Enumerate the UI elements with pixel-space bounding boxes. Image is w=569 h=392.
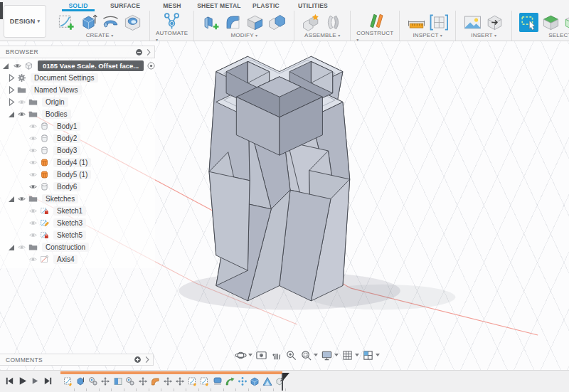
browser-item-body2[interactable]: Body2 — [0, 132, 155, 144]
create-sketch-icon[interactable] — [56, 12, 77, 33]
visibility-off-icon[interactable] — [27, 206, 38, 216]
browser-item-label[interactable]: Sketch1 — [53, 206, 86, 216]
collapse-icon[interactable] — [7, 111, 16, 118]
collapse-panel-icon[interactable] — [135, 48, 143, 56]
skip-start-button[interactable] — [4, 376, 17, 389]
step-forward-button[interactable] — [30, 376, 43, 389]
chevron-right-icon[interactable] — [146, 48, 151, 56]
grid-layout-icon[interactable] — [341, 349, 359, 361]
select-face-icon[interactable] — [563, 12, 569, 33]
group-label[interactable]: ASSEMBLE ▾ — [304, 32, 340, 38]
timeline-feature-pattern-5[interactable] — [124, 376, 137, 387]
collapse-icon[interactable] — [7, 244, 16, 251]
insert-mesh-icon[interactable] — [484, 12, 505, 33]
browser-item-sketch5[interactable]: Sketch5 — [0, 229, 155, 241]
browser-item-body6[interactable]: Body6 — [0, 181, 155, 193]
shell-icon[interactable] — [245, 12, 265, 33]
browser-item-body1[interactable]: Body1 — [0, 120, 155, 132]
viewports-icon[interactable] — [362, 349, 380, 361]
tab-sheet-metal[interactable]: SHEET METAL — [196, 0, 243, 11]
browser-item-label[interactable]: 0185 Vase Scale. Offset face... — [38, 60, 144, 71]
browser-item-axis4[interactable]: Axis4 — [0, 253, 155, 265]
browser-item-sketch3[interactable]: Sketch3 — [0, 217, 155, 229]
expand-icon[interactable] — [7, 74, 16, 82]
browser-item-label[interactable]: Bodies — [42, 110, 71, 119]
browser-header[interactable]: BROWSER — [0, 46, 155, 58]
timeline-feature-extrude-1[interactable] — [75, 376, 87, 387]
timeline-feature-form-12[interactable] — [211, 376, 224, 387]
timeline-feature-move-8[interactable] — [161, 376, 174, 387]
visibility-off-icon[interactable] — [16, 97, 27, 107]
timeline-feature-move-3[interactable] — [100, 376, 112, 387]
timeline-feature-scale-16[interactable] — [261, 376, 274, 387]
browser-item-body3[interactable]: Body3 — [0, 144, 155, 157]
browser-item-label[interactable]: Body6 — [53, 182, 80, 191]
browser-item-sketches[interactable]: Sketches — [0, 193, 155, 205]
collapse-icon[interactable] — [7, 196, 16, 203]
browser-item-label[interactable]: Document Settings — [31, 73, 98, 83]
hole-icon[interactable] — [122, 12, 143, 33]
browser-item-label[interactable]: Body1 — [53, 122, 80, 131]
group-label[interactable]: CONSTRUCT ▾ — [356, 30, 393, 43]
browser-item-body4-1[interactable]: Body4 (1) — [0, 157, 155, 169]
revolve-icon[interactable] — [100, 12, 121, 33]
browser-item-construction[interactable]: Construction — [0, 241, 155, 253]
browser-item-label[interactable]: Construction — [42, 243, 89, 252]
visibility-off-icon[interactable] — [27, 218, 38, 228]
visibility-on-icon[interactable] — [27, 182, 38, 191]
browser-item-sketch1[interactable]: Sketch1 — [0, 205, 155, 217]
activate-document-radio[interactable] — [147, 61, 156, 70]
chevron-right-icon[interactable] — [144, 356, 150, 364]
browser-item-label[interactable]: Axis4 — [53, 255, 78, 264]
workspace-switcher[interactable]: DESIGN ▾ — [4, 5, 46, 38]
browser-item-named-views[interactable]: Named Views — [0, 84, 155, 96]
browser-item-bodies[interactable]: Bodies — [0, 108, 155, 120]
chevron-down-icon[interactable] — [248, 354, 252, 356]
tab-mesh[interactable]: MESH — [149, 0, 196, 11]
visibility-off-icon[interactable] — [27, 122, 38, 131]
visibility-off-icon[interactable] — [27, 146, 38, 155]
timeline-feature-fillet-7[interactable] — [149, 376, 162, 387]
collapse-icon[interactable] — [1, 63, 10, 70]
joint-icon[interactable] — [323, 12, 344, 33]
group-label[interactable]: INSPECT ▾ — [413, 32, 442, 38]
visibility-on-icon[interactable] — [16, 110, 27, 119]
visibility-on-icon[interactable] — [16, 194, 27, 203]
timeline-feature-sketch-10[interactable] — [186, 376, 199, 387]
insert-image-icon[interactable] — [462, 12, 483, 33]
look-at-icon[interactable] — [255, 349, 267, 361]
group-label[interactable]: INSERT ▾ — [471, 32, 496, 38]
browser-item-label[interactable]: Named Views — [31, 85, 82, 95]
browser-item-label[interactable]: Sketches — [42, 194, 78, 203]
timeline-feature-sketch-11[interactable] — [199, 376, 212, 387]
display-settings-icon[interactable] — [321, 349, 339, 361]
browser-item-0185-vase-scale-offset-face[interactable]: 0185 Vase Scale. Offset face... — [0, 60, 155, 72]
expand-icon[interactable] — [7, 86, 16, 94]
group-label[interactable]: AUTOMATE ▾ — [156, 30, 188, 43]
visibility-off-icon[interactable] — [27, 231, 38, 240]
measure-icon[interactable] — [406, 12, 427, 33]
timeline-feature-pattern-2[interactable] — [87, 376, 100, 387]
press-pull-icon[interactable] — [201, 12, 221, 33]
tab-plastic[interactable]: PLASTIC — [243, 0, 289, 11]
chevron-down-icon[interactable] — [334, 354, 339, 356]
visibility-on-icon[interactable] — [11, 61, 23, 70]
browser-item-label[interactable]: Origin — [42, 97, 68, 107]
app-menu-edge[interactable] — [0, 2, 3, 19]
timeline-feature-move-9[interactable] — [174, 376, 187, 387]
chevron-down-icon[interactable] — [355, 354, 359, 356]
browser-item-origin[interactable]: Origin — [0, 96, 155, 108]
pan-icon[interactable] — [270, 349, 282, 361]
visibility-off-icon[interactable] — [16, 243, 27, 252]
timeline-feature-sweep-13[interactable] — [224, 376, 237, 387]
visibility-off-icon[interactable] — [27, 158, 38, 167]
section-icon[interactable] — [428, 12, 449, 33]
browser-item-label[interactable]: Body5 (1) — [53, 170, 91, 179]
new-component-icon[interactable] — [301, 12, 321, 33]
browser-item-body5-1[interactable]: Body5 (1) — [0, 169, 155, 181]
zoom-window-icon[interactable] — [300, 349, 318, 361]
play-button[interactable] — [17, 376, 30, 389]
chevron-down-icon[interactable] — [314, 354, 318, 356]
browser-item-label[interactable]: Body2 — [53, 134, 80, 143]
group-label[interactable]: MODIFY ▾ — [230, 32, 257, 38]
